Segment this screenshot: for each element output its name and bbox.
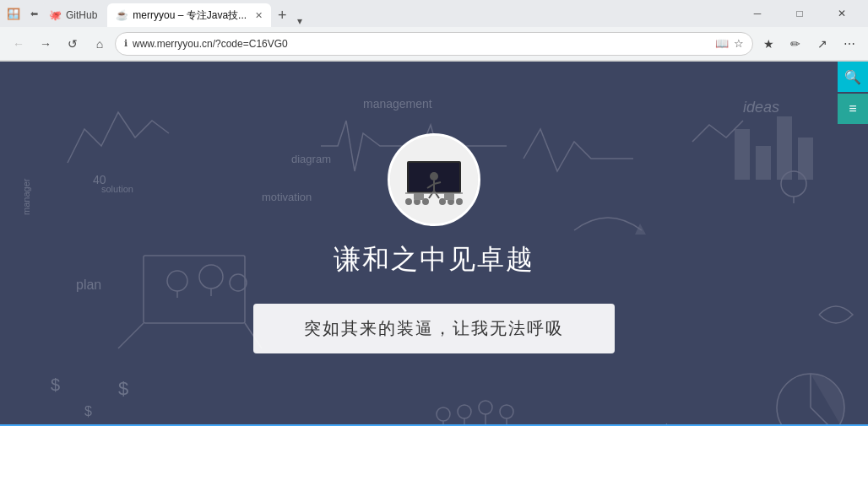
- menu-button[interactable]: ≡: [838, 94, 868, 124]
- pen-button[interactable]: ✏: [784, 32, 807, 56]
- tab-dropdown-button[interactable]: ▾: [294, 15, 306, 27]
- window-controls: ─ □ ✕: [738, 0, 861, 27]
- merryyou-tab-label: merryyou – 专注Java技...: [133, 8, 247, 23]
- tab-github[interactable]: 🐙 GitHub: [41, 3, 106, 27]
- search-button[interactable]: 🔍: [838, 62, 868, 92]
- github-favicon: 🐙: [49, 9, 61, 21]
- more-button[interactable]: ⋯: [838, 32, 861, 56]
- browser-chrome: 🪟 ⬅ 🐙 GitHub ☕ merryyou – 专注Java技... ✕ +…: [0, 0, 868, 62]
- hero-subtitle-box: 突如其来的装逼，让我无法呼吸: [253, 304, 615, 353]
- share-button[interactable]: ↗: [811, 32, 834, 56]
- github-tab-label: GitHub: [66, 9, 97, 21]
- address-text: www.merryyou.cn/?code=C16VG0: [133, 38, 710, 50]
- svg-text:40: 40: [93, 173, 106, 186]
- home-button[interactable]: ⌂: [88, 32, 111, 56]
- svg-rect-1: [756, 146, 771, 180]
- svg-text:ideas: ideas: [743, 99, 779, 116]
- address-right-icons: 📖 ☆: [715, 37, 744, 50]
- tab-close-button[interactable]: ✕: [255, 10, 263, 21]
- svg-point-21: [230, 274, 247, 291]
- refresh-button[interactable]: ↺: [61, 32, 84, 56]
- svg-marker-33: [635, 224, 646, 235]
- bottom-strip: [0, 424, 868, 480]
- security-icon: ℹ: [124, 38, 127, 49]
- svg-point-54: [456, 198, 463, 205]
- svg-point-37: [781, 171, 806, 197]
- svg-point-24: [479, 401, 492, 414]
- svg-text:$: $: [118, 378, 128, 399]
- forward-button[interactable]: →: [34, 32, 57, 56]
- back-button[interactable]: ←: [7, 32, 30, 56]
- svg-point-43: [430, 172, 438, 181]
- hero-subtitle: 突如其来的装逼，让我无法呼吸: [304, 317, 564, 340]
- page-content: ideas management diagram motivation plan…: [0, 62, 868, 480]
- tab-merryyou[interactable]: ☕ merryyou – 专注Java技... ✕: [107, 3, 271, 27]
- close-button[interactable]: ✕: [822, 0, 861, 27]
- svg-rect-14: [144, 256, 245, 323]
- avatar: [388, 133, 480, 226]
- maximize-button[interactable]: □: [780, 0, 819, 27]
- svg-point-26: [500, 405, 513, 418]
- svg-rect-0: [735, 129, 750, 180]
- svg-point-49: [405, 198, 412, 205]
- reader-icon[interactable]: 📖: [715, 37, 729, 50]
- svg-line-15: [118, 323, 144, 348]
- svg-point-22: [458, 405, 471, 418]
- svg-rect-55: [414, 193, 424, 200]
- svg-point-17: [167, 271, 187, 291]
- svg-text:manager: manager: [21, 178, 31, 215]
- svg-rect-56: [444, 193, 454, 200]
- hero-section: ideas management diagram motivation plan…: [0, 62, 868, 424]
- back-page-icon: ⬅: [27, 7, 41, 20]
- bookmark-icon[interactable]: ☆: [734, 37, 744, 50]
- svg-point-28: [437, 407, 450, 421]
- svg-text:solution: solution: [101, 184, 133, 194]
- svg-text:plan: plan: [76, 278, 101, 292]
- hero-side-buttons: 🔍 ≡: [838, 62, 868, 124]
- hero-title: 谦和之中见卓越: [334, 241, 534, 278]
- svg-text:$: $: [84, 404, 92, 418]
- svg-rect-2: [777, 116, 792, 180]
- toolbar-right: ★ ✏ ↗ ⋯: [757, 32, 861, 56]
- tab-bar: 🐙 GitHub ☕ merryyou – 专注Java技... ✕ + ▾: [41, 0, 738, 27]
- minimize-button[interactable]: ─: [738, 0, 777, 27]
- favorites-button[interactable]: ★: [757, 32, 780, 56]
- toolbar: ← → ↺ ⌂ ℹ www.merryyou.cn/?code=C16VG0 📖…: [0, 27, 868, 61]
- svg-point-19: [199, 265, 223, 289]
- svg-text:management: management: [363, 97, 432, 111]
- svg-text:diagram: diagram: [291, 153, 331, 165]
- browser-icon: 🪟: [7, 7, 20, 20]
- title-bar: 🪟 ⬅ 🐙 GitHub ☕ merryyou – 专注Java技... ✕ +…: [0, 0, 868, 27]
- title-bar-left: 🪟 ⬅: [7, 7, 41, 20]
- svg-text:motivation: motivation: [262, 191, 312, 203]
- merryyou-favicon: ☕: [116, 9, 127, 21]
- new-tab-button[interactable]: +: [273, 3, 292, 27]
- address-bar[interactable]: ℹ www.merryyou.cn/?code=C16VG0 📖 ☆: [115, 32, 753, 56]
- svg-text:$: $: [51, 375, 60, 394]
